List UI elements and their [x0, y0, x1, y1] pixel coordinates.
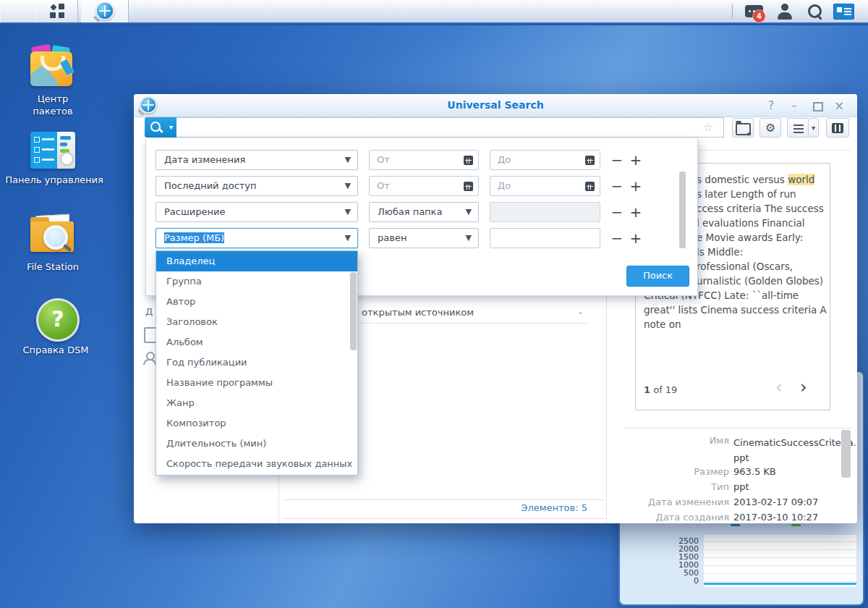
add-filter-button[interactable]: + — [628, 177, 644, 195]
result-row-title[interactable]: открытым источником — [362, 307, 474, 318]
preview-line: urnalistic (Golden Globes) — [697, 275, 823, 287]
widget-panel-icon — [833, 4, 854, 20]
pilot-view-button[interactable] — [833, 4, 854, 20]
preview-line: ccess criteria The success — [697, 203, 824, 214]
search-taskbar-button[interactable] — [807, 4, 824, 20]
detail-value: 963.5 KB — [733, 466, 776, 477]
calendar-icon[interactable] — [464, 182, 473, 191]
detail-label: Размер — [629, 466, 729, 477]
dropdown-item[interactable]: Композитор — [156, 413, 357, 434]
date-to-input[interactable]: До — [490, 150, 600, 170]
folder-select[interactable]: Любая папка▼ — [369, 202, 479, 222]
dropdown-item[interactable]: Группа — [156, 271, 357, 292]
chevron-down-icon: ▾ — [169, 123, 173, 131]
chart-ytick: 0 — [655, 576, 699, 586]
show-desktop-button[interactable] — [0, 0, 37, 22]
date-from-input[interactable]: От — [369, 176, 479, 196]
search-scope-button[interactable]: ▾ — [145, 117, 176, 138]
list-view-button[interactable] — [787, 118, 809, 138]
universal-search-icon — [95, 1, 114, 20]
detail-label: Дата изменения — [629, 497, 729, 507]
calendar-icon[interactable] — [464, 156, 473, 165]
preview-line: s domestic versus world — [697, 174, 814, 185]
saved-search-button[interactable]: ★ — [732, 118, 754, 138]
remove-filter-button[interactable]: − — [609, 177, 625, 195]
calendar-icon[interactable] — [585, 182, 595, 191]
minimize-button[interactable]: – — [787, 99, 801, 112]
details-scrollbar[interactable] — [841, 430, 851, 478]
widget-legend-green — [791, 524, 801, 526]
result-row-meta: - — [579, 307, 582, 318]
dropdown-item[interactable]: Длительность (мин) — [156, 434, 357, 454]
list-view-dropdown[interactable]: ▾ — [808, 118, 819, 138]
close-button[interactable]: × — [832, 99, 846, 112]
calendar-icon[interactable] — [585, 156, 595, 165]
next-page-button[interactable]: › — [800, 379, 807, 395]
owner-icon[interactable] — [143, 352, 156, 365]
date-from-input[interactable]: От — [369, 150, 479, 170]
preview-line: note on — [644, 318, 681, 330]
filter-field-select[interactable]: Расширение▼ — [156, 202, 358, 222]
search-submit-button[interactable]: Поиск — [626, 266, 689, 287]
filter-field-select-focused[interactable]: Размер (МБ)▼ — [156, 228, 358, 248]
package-center-icon — [30, 46, 72, 88]
statusbar-top-line — [282, 499, 605, 500]
dropdown-item[interactable]: Заголовок — [156, 312, 357, 332]
remove-filter-button[interactable]: − — [609, 151, 625, 169]
dsm-help-icon: ? — [36, 298, 80, 342]
desktop-icon-label[interactable]: Справка DSM — [17, 344, 95, 356]
detail-value: ppt — [733, 481, 749, 492]
user-options-button[interactable] — [775, 4, 794, 20]
universal-search-taskbar-button[interactable] — [81, 0, 129, 22]
taskbar-divider — [0, 22, 868, 25]
desktop-icon-label[interactable]: Панель управления — [0, 174, 109, 186]
add-filter-button[interactable]: + — [628, 151, 644, 169]
add-filter-button[interactable]: + — [628, 229, 644, 248]
prev-page-button[interactable]: ‹ — [775, 379, 783, 395]
main-menu-button[interactable] — [36, 0, 78, 22]
dropdown-item[interactable]: Название программы — [156, 373, 357, 393]
filter-panel-scrollbar[interactable] — [679, 172, 686, 248]
magnifier-icon — [807, 4, 824, 20]
control-panel-icon — [30, 132, 75, 169]
filter-field-select[interactable]: Последний доступ▼ — [156, 176, 358, 196]
favorite-star-icon[interactable]: ☆ — [703, 120, 713, 134]
filter-field-select[interactable]: Дата изменения▼ — [156, 150, 358, 170]
maximize-button[interactable] — [813, 102, 823, 111]
dropdown-item[interactable]: Автор — [156, 292, 357, 312]
preview-line: s later Length of run — [697, 188, 796, 200]
add-filter-button[interactable]: + — [628, 203, 644, 221]
desktop-icon-dsm-help[interactable]: ? — [36, 298, 80, 342]
desktop-icon-control-panel[interactable] — [30, 132, 75, 169]
search-input[interactable] — [176, 117, 724, 138]
search-term-highlight: world — [788, 174, 814, 185]
folder-star-icon: ★ — [736, 123, 751, 135]
dropdown-scrollbar[interactable] — [350, 272, 357, 350]
preview-line: rofessional (Oscars, — [697, 261, 793, 272]
columns-icon — [832, 123, 843, 133]
desktop-icon-package-center[interactable] — [30, 46, 72, 88]
detail-value: 2017-03-10 10:27 — [733, 512, 818, 523]
dropdown-item[interactable]: Жанр — [156, 393, 357, 413]
dropdown-item[interactable]: Альбом — [156, 332, 357, 352]
dropdown-item[interactable]: Год публикации — [156, 352, 357, 373]
dropdown-item[interactable]: Владелец — [156, 251, 357, 271]
desktop-icon-file-station[interactable] — [29, 212, 75, 254]
field-dropdown-list: Владелец Группа Автор Заголовок Альбом Г… — [156, 250, 358, 476]
extension-value-input — [490, 202, 600, 222]
dropdown-item[interactable]: Скорость передачи звуковых данных — [156, 454, 357, 474]
remove-filter-button[interactable]: − — [609, 203, 625, 221]
remove-filter-button[interactable]: − — [609, 229, 625, 248]
date-to-input[interactable]: До — [490, 176, 600, 196]
person-icon — [775, 4, 794, 20]
desktop-icon-label[interactable]: Центр пакетов — [17, 93, 89, 117]
preview-line: e Movie awards Early: — [697, 232, 803, 243]
operator-select[interactable]: равен▼ — [369, 228, 479, 248]
sidebar-item-fragment[interactable]: Д — [145, 306, 153, 317]
settings-button[interactable]: ⚙ — [760, 118, 781, 138]
desktop-icon-label[interactable]: File Station — [17, 261, 89, 273]
preview-line: l evaluations Financial — [697, 217, 805, 229]
help-button[interactable]: ? — [764, 99, 778, 112]
column-view-button[interactable] — [826, 118, 849, 138]
size-value-input[interactable] — [490, 228, 600, 248]
